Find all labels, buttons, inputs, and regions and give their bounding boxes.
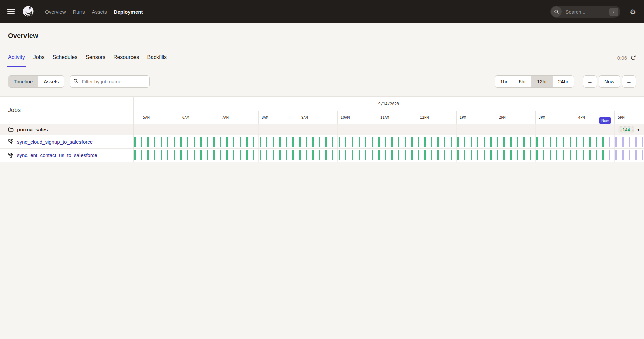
run-tick-succeeded[interactable] (233, 150, 234, 160)
run-tick-succeeded[interactable] (332, 137, 333, 147)
run-tick-succeeded[interactable] (213, 137, 215, 147)
nav-item-overview[interactable]: Overview (45, 9, 66, 15)
run-tick-succeeded[interactable] (306, 137, 307, 147)
run-tick-succeeded[interactable] (279, 150, 281, 160)
run-tick-succeeded[interactable] (207, 150, 208, 160)
timeline-now-button[interactable]: Now (599, 75, 620, 88)
run-tick-succeeded[interactable] (226, 150, 228, 160)
run-tick-succeeded[interactable] (589, 150, 591, 160)
run-tick-succeeded[interactable] (180, 150, 182, 160)
run-tick-succeeded[interactable] (372, 137, 373, 147)
run-tick-succeeded[interactable] (596, 150, 597, 160)
run-tick-succeeded[interactable] (570, 137, 571, 147)
run-tick-succeeded[interactable] (602, 137, 604, 147)
run-tick-succeeded[interactable] (424, 150, 426, 160)
run-tick-succeeded[interactable] (226, 137, 228, 147)
range-12hr[interactable]: 12hr (531, 76, 552, 87)
run-tick-succeeded[interactable] (352, 150, 353, 160)
run-tick-succeeded[interactable] (536, 150, 538, 160)
run-tick-succeeded[interactable] (471, 137, 472, 147)
job-link-sync-cloud-signup-to-salesforce[interactable]: sync_cloud_signup_to_salesforce (17, 139, 93, 145)
run-tick-scheduled[interactable] (635, 137, 637, 147)
run-tick-succeeded[interactable] (319, 150, 320, 160)
run-tick-succeeded[interactable] (391, 150, 393, 160)
settings-gear-icon[interactable]: ⚙ (630, 8, 636, 15)
timeline-next-button[interactable]: → (622, 75, 636, 88)
run-tick-succeeded[interactable] (517, 137, 518, 147)
run-tick-succeeded[interactable] (563, 150, 564, 160)
run-tick-succeeded[interactable] (174, 150, 175, 160)
run-tick-succeeded[interactable] (530, 137, 531, 147)
run-tick-succeeded[interactable] (405, 150, 406, 160)
run-tick-succeeded[interactable] (233, 137, 234, 147)
run-tick-succeeded[interactable] (180, 137, 182, 147)
run-tick-succeeded[interactable] (437, 150, 439, 160)
run-tick-succeeded[interactable] (477, 137, 478, 147)
run-tick-succeeded[interactable] (134, 150, 136, 160)
run-tick-succeeded[interactable] (299, 137, 301, 147)
run-tick-succeeded[interactable] (213, 150, 215, 160)
run-tick-succeeded[interactable] (484, 137, 485, 147)
run-tick-succeeded[interactable] (477, 150, 478, 160)
run-tick-succeeded[interactable] (385, 137, 386, 147)
run-tick-succeeded[interactable] (273, 137, 274, 147)
run-tick-scheduled[interactable] (609, 150, 610, 160)
run-tick-succeeded[interactable] (418, 150, 419, 160)
range-1hr[interactable]: 1hr (495, 76, 513, 87)
run-tick-succeeded[interactable] (457, 137, 459, 147)
run-tick-succeeded[interactable] (576, 150, 577, 160)
run-tick-succeeded[interactable] (167, 137, 168, 147)
run-tick-succeeded[interactable] (339, 137, 340, 147)
run-tick-succeeded[interactable] (220, 150, 221, 160)
run-tick-succeeded[interactable] (147, 150, 149, 160)
run-tick-scheduled[interactable] (629, 137, 630, 147)
run-tick-succeeded[interactable] (312, 137, 314, 147)
job-group-row[interactable]: purina_sales 144 ▾ (0, 124, 644, 135)
run-tick-succeeded[interactable] (398, 137, 399, 147)
run-tick-succeeded[interactable] (240, 137, 241, 147)
run-tick-succeeded[interactable] (325, 150, 327, 160)
run-tick-succeeded[interactable] (484, 150, 485, 160)
nav-item-runs[interactable]: Runs (73, 9, 85, 15)
run-tick-scheduled[interactable] (629, 150, 630, 160)
run-tick-succeeded[interactable] (503, 150, 505, 160)
run-tick-succeeded[interactable] (457, 150, 459, 160)
run-count-badge[interactable]: 144 (618, 126, 634, 133)
run-tick-succeeded[interactable] (391, 137, 393, 147)
run-tick-succeeded[interactable] (174, 137, 175, 147)
menu-button[interactable] (7, 9, 15, 14)
view-toggle-timeline[interactable]: Timeline (8, 76, 38, 87)
run-tick-succeeded[interactable] (286, 150, 287, 160)
run-tick-succeeded[interactable] (161, 137, 162, 147)
run-tick-succeeded[interactable] (200, 150, 202, 160)
run-tick-succeeded[interactable] (405, 137, 406, 147)
run-tick-succeeded[interactable] (550, 150, 551, 160)
run-tick-succeeded[interactable] (194, 150, 195, 160)
tab-resources[interactable]: Resources (113, 54, 139, 67)
run-tick-succeeded[interactable] (536, 137, 538, 147)
run-tick-succeeded[interactable] (602, 150, 604, 160)
run-tick-succeeded[interactable] (365, 137, 366, 147)
run-tick-succeeded[interactable] (464, 137, 465, 147)
run-tick-succeeded[interactable] (141, 150, 142, 160)
run-tick-succeeded[interactable] (510, 137, 512, 147)
run-tick-succeeded[interactable] (273, 150, 274, 160)
run-tick-succeeded[interactable] (543, 137, 544, 147)
run-tick-succeeded[interactable] (141, 137, 142, 147)
run-tick-succeeded[interactable] (556, 150, 557, 160)
run-tick-succeeded[interactable] (378, 150, 380, 160)
run-tick-succeeded[interactable] (503, 137, 505, 147)
run-tick-succeeded[interactable] (161, 150, 162, 160)
run-tick-succeeded[interactable] (490, 137, 492, 147)
run-tick-succeeded[interactable] (246, 137, 248, 147)
run-tick-succeeded[interactable] (517, 150, 518, 160)
run-tick-succeeded[interactable] (424, 137, 426, 147)
run-tick-succeeded[interactable] (451, 150, 452, 160)
job-link-sync-ent-contact-us-to-salesforce[interactable]: sync_ent_contact_us_to_salesforce (17, 152, 97, 158)
run-tick-succeeded[interactable] (240, 150, 241, 160)
run-tick-succeeded[interactable] (431, 150, 432, 160)
run-tick-succeeded[interactable] (207, 137, 208, 147)
run-tick-succeeded[interactable] (266, 137, 267, 147)
run-tick-succeeded[interactable] (543, 150, 544, 160)
run-tick-succeeded[interactable] (306, 150, 307, 160)
